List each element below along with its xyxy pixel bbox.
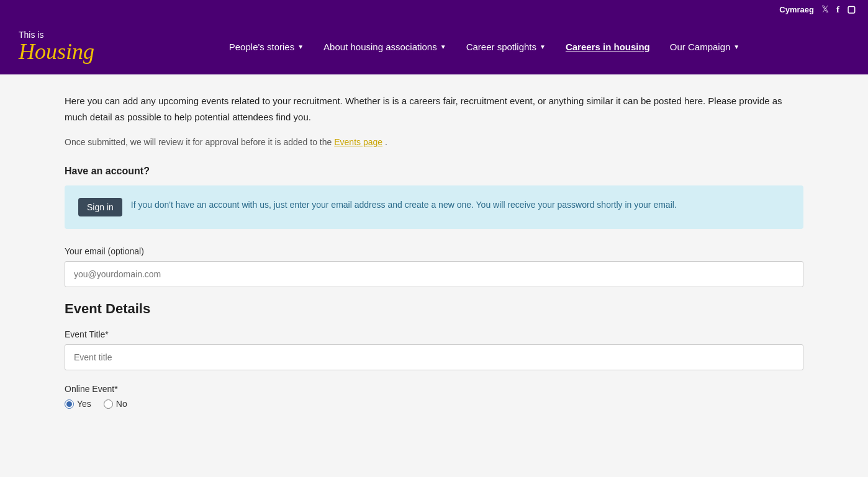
- online-event-yes-radio[interactable]: [65, 399, 74, 409]
- signin-info-text: If you don't have an account with us, ju…: [131, 198, 677, 212]
- nav-about-housing[interactable]: About housing associations ▼: [314, 35, 456, 58]
- approval-text-after: .: [385, 137, 387, 147]
- signin-button[interactable]: Sign in: [78, 198, 122, 216]
- online-event-yes-text: Yes: [77, 399, 91, 409]
- main-content: Here you can add any upcoming events rel…: [27, 74, 841, 434]
- event-title-label: Event Title*: [65, 329, 803, 339]
- approval-text-before: Once submitted, we will review it for ap…: [65, 137, 332, 147]
- have-account-label: Have an account?: [65, 166, 803, 177]
- cymraeg-link[interactable]: Cymraeg: [779, 5, 814, 14]
- chevron-down-icon: ▼: [733, 43, 739, 50]
- online-event-no-radio[interactable]: [104, 399, 113, 409]
- nav-our-campaign[interactable]: Our Campaign ▼: [660, 35, 749, 58]
- online-event-yes-label[interactable]: Yes: [65, 399, 91, 409]
- navbar: This is Housing People's stories ▼ About…: [0, 19, 868, 74]
- email-label: Your email (optional): [65, 246, 803, 256]
- online-event-no-text: No: [116, 399, 127, 409]
- nav-links: People's stories ▼ About housing associa…: [119, 35, 849, 58]
- nav-careers-in-housing[interactable]: Careers in housing: [556, 35, 660, 58]
- intro-paragraph: Here you can add any upcoming events rel…: [65, 93, 803, 125]
- chevron-down-icon: ▼: [297, 43, 304, 50]
- logo-housing: Housing: [19, 40, 94, 63]
- logo[interactable]: This is Housing: [19, 30, 94, 62]
- top-bar: Cymraeg 𝕏 f ▢: [0, 0, 868, 19]
- chevron-down-icon: ▼: [440, 43, 446, 50]
- events-page-link[interactable]: Events page: [334, 137, 382, 147]
- facebook-icon[interactable]: f: [836, 4, 839, 15]
- nav-career-spotlights[interactable]: Career spotlights ▼: [456, 35, 556, 58]
- approval-text: Once submitted, we will review it for ap…: [65, 137, 803, 147]
- twitter-icon[interactable]: 𝕏: [821, 4, 829, 15]
- vimeo-icon[interactable]: ▢: [847, 4, 856, 15]
- online-event-label: Online Event*: [65, 384, 803, 394]
- online-event-no-label[interactable]: No: [104, 399, 127, 409]
- event-title-input[interactable]: [65, 344, 803, 370]
- signin-box: Sign in If you don't have an account wit…: [65, 185, 803, 229]
- chevron-down-icon: ▼: [540, 43, 546, 50]
- nav-peoples-stories[interactable]: People's stories ▼: [219, 35, 314, 58]
- online-event-radio-group: Yes No: [65, 399, 803, 409]
- email-input[interactable]: [65, 261, 803, 287]
- event-details-heading: Event Details: [65, 301, 803, 317]
